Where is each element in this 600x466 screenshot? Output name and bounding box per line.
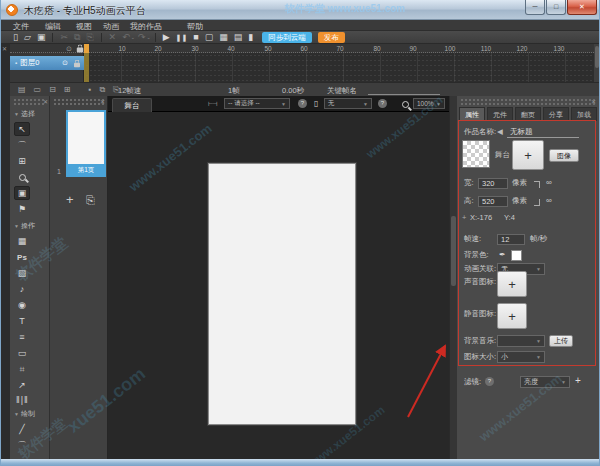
tab-properties[interactable]: 属性 — [459, 107, 485, 121]
layer-lock-icon[interactable] — [74, 63, 80, 68]
new-icon[interactable]: ▯ — [13, 32, 18, 43]
presentation-tool-icon[interactable]: ▭ — [14, 346, 30, 360]
layer-row[interactable]: ▪ 图层0 ⊙ — [10, 56, 84, 70]
bgm-dropdown[interactable]: ▼ — [497, 335, 545, 347]
redo-icon[interactable]: ↷ — [138, 32, 146, 43]
mute-icon-add-button[interactable]: + — [497, 303, 527, 329]
element-select-dropdown[interactable]: -- 请选择 --▼ — [224, 98, 290, 109]
save-icon[interactable]: ▣ — [37, 32, 46, 43]
tools-panel-handle[interactable] — [13, 98, 46, 105]
qrcode-icon[interactable]: ▦ — [219, 32, 228, 43]
stop-icon[interactable]: ■ — [193, 32, 198, 43]
canvas-area[interactable]: 舞台 ⊢⊣ -- 请选择 --▼ ? ▯ 无▼ ? 100%▼ ? — [108, 96, 449, 459]
timeline-frames-grid[interactable] — [85, 53, 594, 82]
sync-to-cloud-button[interactable]: 同步到云端 — [262, 32, 312, 43]
layer-eye-icon[interactable]: ⊙ — [62, 59, 68, 67]
chart-tool-icon[interactable]: ↗ — [14, 378, 30, 392]
work-name-input[interactable]: 无标题 — [507, 127, 579, 138]
help-icon[interactable]: ? — [298, 99, 307, 108]
width-input[interactable]: 320 — [478, 178, 508, 189]
framerate-input[interactable]: 12 — [497, 234, 525, 245]
delete-frame-icon[interactable]: ⊟ — [49, 85, 56, 94]
frame-select-tool-icon[interactable]: ▣ — [14, 186, 30, 200]
publish-button[interactable]: 发布 — [318, 32, 345, 43]
fit-width-icon[interactable]: ⊢⊣ — [208, 100, 216, 107]
undo-caret-icon[interactable]: ⌄ — [131, 34, 135, 40]
curve-tool-icon[interactable]: ⌒ — [14, 438, 30, 452]
playhead-marker[interactable] — [84, 44, 89, 53]
cut-icon[interactable]: ✂ — [60, 32, 68, 43]
copy-icon[interactable]: ⧉ — [74, 32, 80, 43]
image-tool-icon[interactable]: ▧ — [14, 266, 30, 280]
lasso-tool-icon[interactable]: ⌒ — [14, 138, 30, 152]
maximize-button[interactable]: □ — [546, 0, 566, 15]
paragraph-tool-icon[interactable]: ≡ — [14, 330, 30, 344]
device-dropdown[interactable]: 无▼ — [324, 98, 372, 109]
add-page-button[interactable]: + — [66, 192, 74, 207]
movie-tool-icon[interactable]: ◉ — [14, 298, 30, 312]
section-draw[interactable]: ▼ 绘制 — [14, 409, 49, 419]
counter-tool-icon[interactable]: ⌗ — [14, 362, 30, 376]
icon-size-dropdown[interactable]: 小▼ — [497, 351, 545, 363]
text-tool-icon[interactable]: T — [14, 314, 30, 328]
canvas-scrollbar[interactable] — [449, 96, 457, 459]
play-icon[interactable]: ▶ — [163, 32, 170, 43]
link-height-icon[interactable]: ∞ — [546, 196, 552, 205]
line-tool-icon[interactable]: ╱ — [14, 422, 30, 436]
ruler-lock-icon[interactable] — [77, 48, 83, 53]
select-tool-icon[interactable]: ↖ — [14, 122, 30, 136]
pages-panel-handle[interactable] — [53, 98, 104, 105]
delete-icon[interactable]: ✕ — [109, 32, 117, 43]
pages-panel-close-icon[interactable]: ✕ — [100, 98, 105, 105]
marquee-tool-icon[interactable]: ⊞ — [14, 154, 30, 168]
zoom-dropdown[interactable]: 100%▼ — [413, 98, 445, 109]
minimize-button[interactable]: ─ — [525, 0, 545, 15]
tab-components[interactable]: 元件 — [487, 107, 513, 121]
timeline-close-icon[interactable]: ✕ — [2, 45, 7, 52]
properties-panel-handle[interactable] — [460, 98, 597, 105]
paste-icon[interactable]: ⎘ — [86, 32, 93, 43]
redo-caret-icon[interactable]: ⌄ — [146, 34, 150, 40]
tab-share[interactable]: 分享 — [543, 107, 569, 121]
grid-tool-icon[interactable]: ▦ — [14, 234, 30, 248]
filter-add-button[interactable]: + — [575, 375, 581, 386]
add-keyframe-icon[interactable]: ⧉ — [99, 85, 105, 95]
height-input[interactable]: 520 — [478, 196, 508, 207]
playhead-column[interactable] — [84, 53, 89, 82]
photoshop-tool-icon[interactable]: Ps — [14, 250, 30, 264]
audio-tool-icon[interactable]: ♪ — [14, 282, 30, 296]
filter-help-icon[interactable]: ? — [485, 377, 494, 386]
new-frame-icon[interactable]: ▤ — [18, 85, 26, 94]
dropper-icon[interactable]: ✒ — [499, 250, 505, 259]
timeline-ruler[interactable]: ⊙ 10 20 30 40 50 60 70 80 90 100 110 120… — [10, 44, 594, 53]
ruler-eye-icon[interactable]: ⊙ — [66, 45, 72, 53]
stage-tab[interactable]: 舞台 — [112, 98, 152, 112]
page-thumbnail[interactable]: 第1页 — [66, 110, 106, 177]
preview-monitor-icon[interactable]: ▢ — [205, 32, 214, 43]
add-stage-image-button[interactable]: + — [512, 140, 544, 170]
sound-icon-add-button[interactable]: + — [497, 271, 527, 297]
upload-button[interactable]: 上传 — [549, 335, 573, 347]
filter-dropdown[interactable]: 亮度▼ — [520, 376, 570, 388]
tab-loading[interactable]: 加载 — [571, 107, 597, 121]
frame-preview-icon[interactable]: ▤ — [234, 32, 243, 43]
undo-icon[interactable]: ↶ — [122, 32, 130, 43]
guide-tool-icon[interactable]: ⚑ — [14, 202, 30, 216]
keyframe-name-input[interactable] — [368, 94, 440, 95]
tools-panel-close-icon[interactable]: ✕ — [43, 98, 48, 105]
barcode-tool-icon[interactable]: ‖|‖ — [16, 395, 49, 405]
image-button[interactable]: 图像 — [549, 149, 579, 162]
phone-preview-icon[interactable]: ▮ — [248, 32, 253, 43]
solid-frame-icon[interactable]: ▪ — [89, 85, 92, 94]
close-button[interactable]: ✕ — [567, 0, 597, 15]
help-icon[interactable]: ? — [378, 99, 387, 108]
bgcolor-swatch[interactable] — [511, 250, 522, 261]
link-width-icon[interactable]: ∞ — [546, 178, 552, 187]
frame-folder-icon[interactable]: ▭ — [34, 85, 42, 94]
duplicate-frame-icon[interactable]: ⊞ — [64, 85, 71, 94]
open-icon[interactable]: ▱ — [24, 32, 31, 43]
section-select[interactable]: ▼ 选择 — [14, 109, 49, 119]
section-operate[interactable]: ▼ 操作 — [14, 221, 49, 231]
zoom-tool-icon[interactable] — [14, 170, 30, 184]
properties-panel-close-icon[interactable]: ✕ — [591, 98, 596, 105]
